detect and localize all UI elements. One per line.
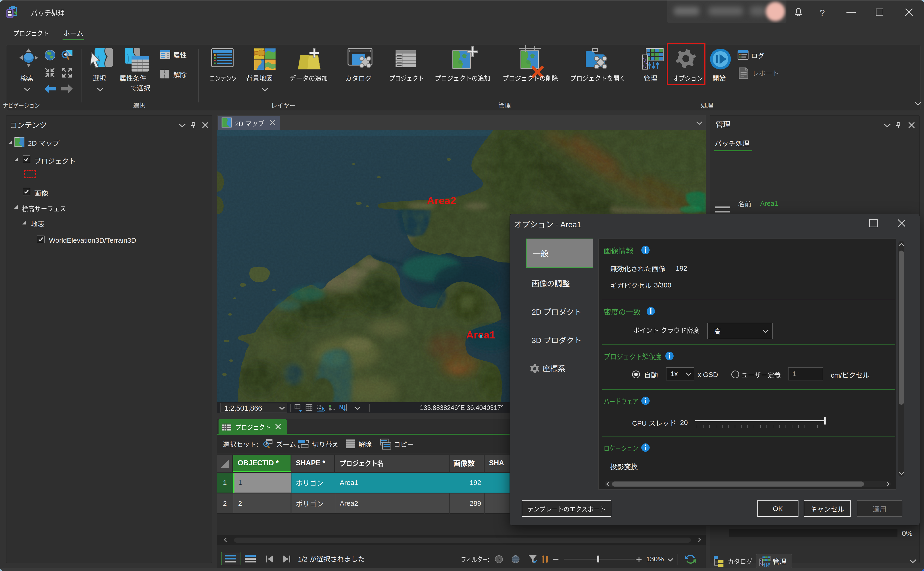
svg-text:N: N (339, 404, 343, 411)
